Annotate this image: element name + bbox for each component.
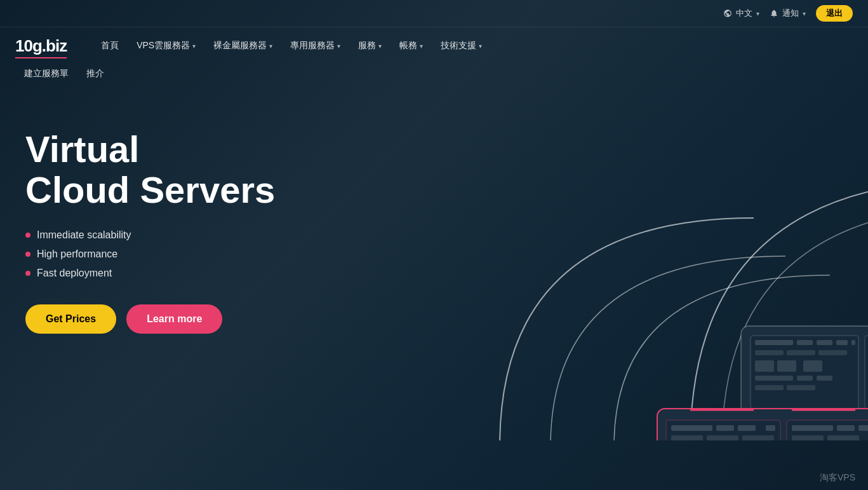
- svg-rect-74: [792, 435, 824, 440]
- svg-rect-9: [818, 350, 847, 355]
- svg-rect-4: [817, 340, 832, 345]
- bare-metal-chevron-icon: ▾: [269, 43, 272, 50]
- dot-icon: [25, 233, 30, 238]
- notification-chevron: ▾: [803, 10, 806, 17]
- top-bar: 中文 ▾ 通知 ▾ 退出: [0, 0, 868, 27]
- logout-button[interactable]: 退出: [816, 5, 853, 22]
- svg-rect-55: [716, 425, 734, 431]
- get-prices-button[interactable]: Get Prices: [25, 304, 116, 334]
- nav-item-referral[interactable]: 推介: [77, 64, 113, 83]
- nav-item-dedicated[interactable]: 專用服務器 ▾: [281, 35, 349, 57]
- nav-item-services[interactable]: 服務 ▾: [349, 35, 391, 57]
- hero-features: Immediate scalability High performance F…: [25, 229, 292, 279]
- nav-item-bare-metal[interactable]: 裸金屬服務器 ▾: [204, 35, 281, 57]
- hero-content: Virtual Cloud Servers Immediate scalabil…: [25, 116, 292, 440]
- svg-rect-17: [787, 385, 815, 390]
- hero-section: Virtual Cloud Servers Immediate scalabil…: [0, 91, 868, 440]
- support-chevron-icon: ▾: [479, 43, 482, 50]
- svg-rect-13: [755, 376, 793, 381]
- svg-rect-73: [858, 425, 868, 431]
- services-chevron-icon: ▾: [378, 43, 382, 50]
- nav-links-row1: 首頁 VPS雲服務器 ▾ 裸金屬服務器 ▾ 專用服務器 ▾ 服務 ▾: [92, 35, 491, 57]
- feature-scalability: Immediate scalability: [25, 229, 292, 241]
- svg-rect-11: [777, 360, 796, 372]
- vps-chevron-icon: ▾: [192, 43, 196, 50]
- svg-rect-15: [817, 376, 832, 381]
- site-logo[interactable]: 10g.biz: [15, 36, 67, 56]
- hero-buttons: Get Prices Learn more: [25, 304, 292, 334]
- svg-rect-6: [851, 340, 855, 345]
- hero-title: Virtual Cloud Servers: [25, 129, 292, 210]
- svg-rect-12: [803, 360, 822, 372]
- svg-rect-57: [766, 425, 775, 431]
- svg-rect-54: [671, 425, 712, 431]
- nav-links-row2: 建立服務單 推介: [0, 64, 868, 91]
- language-chevron: ▾: [756, 10, 759, 17]
- svg-rect-10: [755, 360, 774, 372]
- navbar: 10g.biz 首頁 VPS雲服務器 ▾ 裸金屬服務器 ▾ 專用服務器 ▾: [0, 27, 868, 64]
- svg-rect-16: [755, 385, 784, 390]
- svg-rect-59: [707, 435, 738, 440]
- svg-rect-71: [792, 425, 833, 431]
- dot-icon: [25, 252, 30, 257]
- svg-rect-7: [755, 350, 784, 355]
- svg-rect-58: [671, 435, 703, 440]
- nav-item-create-ticket[interactable]: 建立服務單: [15, 64, 77, 83]
- svg-rect-60: [742, 435, 774, 440]
- svg-rect-75: [827, 435, 859, 440]
- svg-rect-8: [787, 350, 815, 355]
- feature-deployment: Fast deployment: [25, 268, 292, 279]
- account-chevron-icon: ▾: [420, 43, 423, 50]
- nav-item-support[interactable]: 技術支援 ▾: [432, 35, 491, 57]
- nav-item-account[interactable]: 帳務 ▾: [391, 35, 432, 57]
- notification-bell[interactable]: 通知 ▾: [770, 8, 806, 19]
- svg-rect-1: [751, 336, 858, 409]
- svg-rect-18: [865, 336, 868, 409]
- svg-rect-5: [836, 340, 848, 345]
- svg-rect-72: [837, 425, 855, 431]
- svg-rect-56: [738, 425, 756, 431]
- watermark: 淘客VPS: [820, 472, 855, 484]
- language-switcher[interactable]: 中文 ▾: [723, 8, 759, 19]
- dot-icon: [25, 271, 30, 276]
- svg-rect-2: [755, 340, 793, 345]
- learn-more-button[interactable]: Learn more: [126, 304, 222, 334]
- nav-item-vps[interactable]: VPS雲服務器 ▾: [128, 35, 204, 57]
- nav-item-home[interactable]: 首頁: [92, 35, 128, 57]
- hero-illustration: [309, 91, 868, 440]
- dedicated-chevron-icon: ▾: [337, 43, 340, 50]
- feature-performance: High performance: [25, 248, 292, 260]
- svg-rect-3: [797, 340, 813, 345]
- svg-rect-14: [797, 376, 813, 381]
